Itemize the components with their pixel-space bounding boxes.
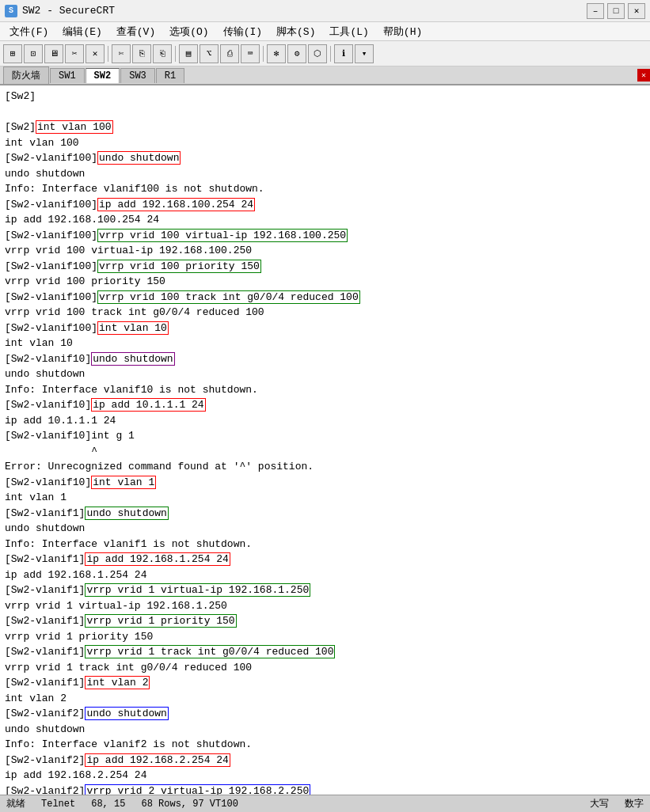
tab-sw2[interactable]: SW2: [86, 68, 120, 83]
line-32: ip add 192.168.1.254 24: [5, 567, 645, 583]
toolbar-btn-11[interactable]: ⎙: [220, 44, 239, 63]
toolbar-btn-2[interactable]: ⊡: [24, 44, 43, 63]
line-37: [Sw2-vlanif1]vrrp vrid 1 track int g0/0/…: [5, 644, 645, 660]
menu-help[interactable]: 帮助(H): [377, 23, 428, 40]
toolbar-btn-3[interactable]: 🖥: [44, 44, 63, 63]
tab-r1[interactable]: R1: [156, 68, 184, 83]
toolbar-btn-6[interactable]: ✄: [112, 44, 131, 63]
menu-script[interactable]: 脚本(S): [270, 23, 321, 40]
title-bar-controls: – □ ✕: [587, 3, 645, 19]
line-3: [Sw2]int vlan 100: [5, 120, 645, 135]
toolbar-btn-12[interactable]: ⌨: [241, 44, 260, 63]
line-24: ^: [5, 444, 645, 460]
tab-close-button[interactable]: ✕: [637, 69, 650, 82]
line-8: [Sw2-vlanif100]ip add 192.168.100.254 24: [5, 197, 645, 213]
line-34: vrrp vrid 1 virtual-ip 192.168.1.250: [5, 598, 645, 614]
toolbar: ⊞ ⊡ 🖥 ✂ ✕ ✄ ⎘ ⎗ ▤ ⌥ ⎙ ⌨ ✻ ⚙ ⬡ ℹ ▾: [0, 41, 650, 66]
line-27: int vlan 1: [5, 490, 645, 506]
line-15: vrrp vrid 100 track int g0/0/4 reduced 1…: [5, 305, 645, 321]
line-46: [Sw2-vlanif2]vrrp vrid 2 virtual-ip 192.…: [5, 784, 645, 795]
line-45: ip add 192.168.2.254 24: [5, 768, 645, 784]
line-2: [5, 104, 645, 120]
status-capslock: 大写: [590, 797, 609, 810]
line-19: undo shutdown: [5, 366, 645, 382]
toolbar-btn-8[interactable]: ⎗: [153, 44, 172, 63]
line-33: [Sw2-vlanif1]vrrp vrid 1 virtual-ip 192.…: [5, 582, 645, 598]
status-position: 68, 15: [91, 799, 125, 810]
close-button[interactable]: ✕: [628, 3, 645, 19]
line-40: int vlan 2: [5, 691, 645, 707]
toolbar-btn-5[interactable]: ✕: [86, 44, 105, 63]
terminal-area[interactable]: [Sw2] [Sw2]int vlan 100 int vlan 100 [Sw…: [0, 85, 650, 795]
toolbar-btn-17[interactable]: ▾: [355, 44, 374, 63]
tab-firewall[interactable]: 防火墙: [3, 66, 49, 84]
line-12: [Sw2-vlanif100]vrrp vrid 100 priority 15…: [5, 259, 645, 275]
line-14: [Sw2-vlanif100]vrrp vrid 100 track int g…: [5, 290, 645, 305]
menu-bar: 文件(F) 编辑(E) 查看(V) 选项(O) 传输(I) 脚本(S) 工具(L…: [0, 22, 650, 41]
line-41: [Sw2-vlanif2]undo shutdown: [5, 706, 645, 722]
menu-view[interactable]: 查看(V): [110, 23, 162, 40]
line-25: Error: Unrecognized command found at '^'…: [5, 459, 645, 475]
minimize-button[interactable]: –: [587, 3, 604, 19]
line-28: [Sw2-vlanif1]undo shutdown: [5, 506, 645, 522]
status-ready: 就绪: [6, 797, 25, 810]
toolbar-btn-9[interactable]: ▤: [179, 44, 198, 63]
line-36: vrrp vrid 1 priority 150: [5, 629, 645, 645]
toolbar-btn-4[interactable]: ✂: [65, 44, 84, 63]
line-29: undo shutdown: [5, 521, 645, 537]
line-43: Info: Interface vlanif2 is not shutdown.: [5, 737, 645, 753]
status-terminal: 68 Rows, 97 VT100: [141, 799, 238, 810]
line-10: [Sw2-vlanif100]vrrp vrid 100 virtual-ip …: [5, 228, 645, 244]
app-icon: S: [5, 5, 17, 17]
status-protocol: Telnet: [41, 799, 75, 810]
line-20: Info: Interface vlanif10 is not shutdown…: [5, 382, 645, 398]
line-21: [Sw2-vlanif10]ip add 10.1.1.1 24: [5, 397, 645, 413]
line-23: [Sw2-vlanif10]int g 1: [5, 428, 645, 444]
title-bar-left: S SW2 - SecureCRT: [5, 5, 115, 17]
line-7: Info: Interface vlanif100 is not shutdow…: [5, 181, 645, 197]
toolbar-btn-16[interactable]: ℹ: [334, 44, 353, 63]
line-6: undo shutdown: [5, 166, 645, 182]
menu-file[interactable]: 文件(F): [3, 23, 55, 40]
line-5: [Sw2-vlanif100]undo shutdown: [5, 150, 645, 166]
title-bar: S SW2 - SecureCRT – □ ✕: [0, 0, 650, 22]
line-17: int vlan 10: [5, 336, 645, 351]
toolbar-btn-1[interactable]: ⊞: [3, 44, 22, 63]
line-44: [Sw2-vlanif2]ip add 192.168.2.254 24: [5, 753, 645, 768]
line-31: [Sw2-vlanif1]ip add 192.168.1.254 24: [5, 552, 645, 567]
toolbar-btn-10[interactable]: ⌥: [200, 44, 219, 63]
menu-transfer[interactable]: 传输(I): [217, 23, 268, 40]
toolbar-btn-13[interactable]: ✻: [267, 44, 286, 63]
line-35: [Sw2-vlanif1]vrrp vrid 1 priority 150: [5, 613, 645, 629]
menu-tools[interactable]: 工具(L): [323, 23, 374, 40]
status-numlock: 数字: [625, 797, 644, 810]
menu-edit[interactable]: 编辑(E): [56, 23, 108, 40]
title-text: SW2 - SecureCRT: [22, 5, 115, 17]
line-42: undo shutdown: [5, 722, 645, 738]
toolbar-sep-1: [108, 46, 108, 62]
tab-bar: 防火墙 SW1 SW2 SW3 R1 ✕: [0, 66, 650, 85]
toolbar-btn-15[interactable]: ⬡: [308, 44, 327, 63]
toolbar-btn-14[interactable]: ⚙: [287, 44, 306, 63]
toolbar-sep-2: [175, 46, 176, 62]
maximize-button[interactable]: □: [607, 3, 625, 19]
toolbar-btn-7[interactable]: ⎘: [132, 44, 151, 63]
line-13: vrrp vrid 100 priority 150: [5, 274, 645, 290]
line-22: ip add 10.1.1.1 24: [5, 413, 645, 429]
line-11: vrrp vrid 100 virtual-ip 192.168.100.250: [5, 243, 645, 259]
status-bar: 就绪 Telnet 68, 15 68 Rows, 97 VT100 大写 数字: [0, 795, 650, 812]
line-38: vrrp vrid 1 track int g0/0/4 reduced 100: [5, 660, 645, 676]
menu-options[interactable]: 选项(O): [163, 23, 215, 40]
line-26: [Sw2-vlanif10]int vlan 1: [5, 475, 645, 491]
line-4: int vlan 100: [5, 135, 645, 151]
line-18: [Sw2-vlanif10]undo shutdown: [5, 351, 645, 367]
tab-sw3[interactable]: SW3: [120, 68, 155, 83]
line-39: [Sw2-vlanif1]int vlan 2: [5, 675, 645, 691]
toolbar-sep-4: [330, 46, 331, 62]
line-30: Info: Interface vlanif1 is not shutdown.: [5, 537, 645, 552]
line-1: [Sw2]: [5, 89, 645, 104]
line-9: ip add 192.168.100.254 24: [5, 212, 645, 228]
toolbar-sep-3: [263, 46, 264, 62]
tab-sw1[interactable]: SW1: [50, 68, 85, 83]
line-16: [Sw2-vlanif100]int vlan 10: [5, 321, 645, 336]
